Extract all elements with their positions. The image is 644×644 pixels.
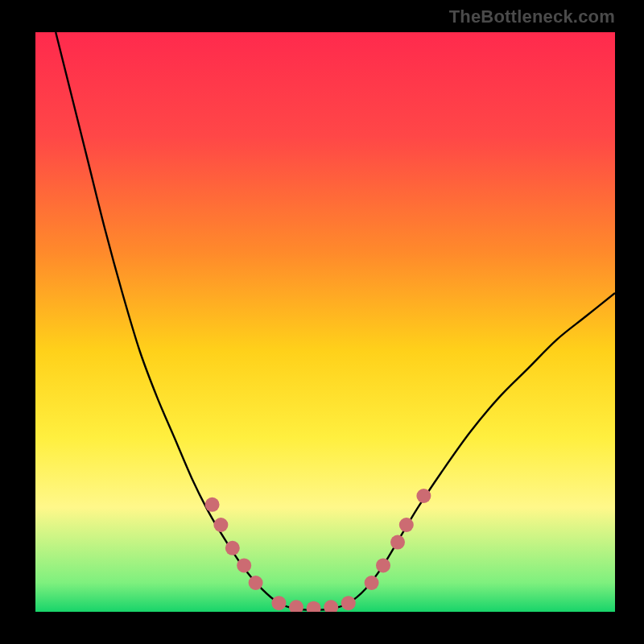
chart-container: TheBottleneck.com — [0, 0, 644, 644]
curve-marker — [416, 489, 431, 503]
curve-marker — [213, 518, 228, 532]
curve-marker — [249, 576, 263, 590]
curve-marker — [225, 541, 240, 555]
gradient-background — [35, 32, 615, 612]
curve-marker — [205, 497, 220, 512]
curve-marker — [365, 576, 379, 590]
watermark-text: TheBottleneck.com — [449, 6, 615, 27]
plot-area — [35, 32, 615, 612]
curve-marker — [271, 596, 286, 610]
curve-marker — [399, 518, 414, 532]
curve-marker — [376, 558, 390, 572]
curve-marker — [341, 596, 356, 610]
curve-marker — [390, 535, 405, 550]
chart-svg — [35, 32, 615, 612]
curve-marker — [237, 558, 251, 572]
